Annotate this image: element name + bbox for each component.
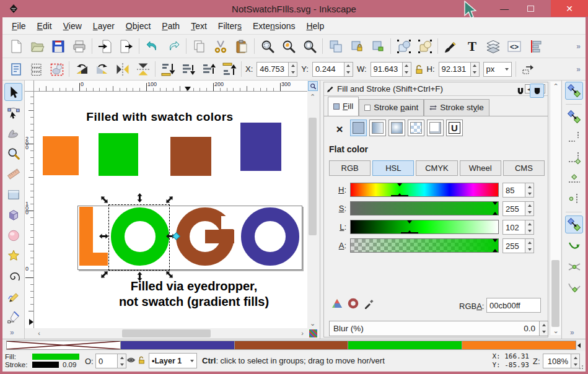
minimize-button[interactable]: — (495, 0, 514, 17)
snap-enabled-icon[interactable] (565, 82, 583, 100)
duplicate-icon[interactable] (327, 38, 344, 54)
palette-swatch-none[interactable] (6, 341, 121, 350)
w-field-spinner[interactable] (403, 62, 411, 77)
flip-vertical-icon[interactable] (134, 61, 151, 77)
palette-swatch-blue[interactable] (121, 341, 235, 350)
fill-rule-even-odd-icon[interactable] (513, 84, 527, 98)
toolbox-overflow-icon[interactable]: » (10, 328, 14, 337)
vertical-scrollbar[interactable]: ⌃ ⌄ (307, 92, 318, 328)
color-space-cmyk[interactable]: CMYK (416, 160, 457, 176)
cut-icon[interactable] (212, 38, 229, 54)
select-all-icon[interactable] (7, 61, 24, 77)
zoom-page-icon[interactable] (301, 38, 318, 54)
resize-grip[interactable] (579, 365, 584, 370)
swatch-square-blue[interactable] (240, 123, 281, 171)
tool-spiral[interactable] (4, 267, 22, 285)
paste-icon[interactable] (233, 38, 250, 54)
alpha-spinner[interactable] (525, 238, 534, 253)
menu-layer[interactable]: Layer (87, 18, 120, 34)
scroll-right-icon[interactable]: › (297, 328, 307, 339)
snap-nodes-icon[interactable] (565, 215, 583, 233)
scale-handle-left[interactable] (99, 232, 108, 241)
menu-object[interactable]: Object (120, 18, 156, 34)
alpha-slider[interactable] (350, 238, 499, 253)
layers-dialog-icon[interactable] (485, 38, 501, 54)
w-field[interactable]: 91.643 (371, 62, 403, 77)
swatch-square-orange[interactable] (43, 136, 79, 175)
save-document-icon[interactable] (50, 38, 66, 54)
blur-spinner[interactable] (540, 321, 548, 336)
menu-view[interactable]: View (58, 18, 87, 34)
text-dialog-icon[interactable]: T (463, 38, 480, 54)
lower-to-bottom-icon[interactable] (159, 61, 176, 77)
rotate-ccw-icon[interactable] (73, 61, 90, 77)
snap-bbox-edge-midpoints-icon[interactable] (565, 169, 583, 187)
canvas[interactable]: Filled with swatch colors (34, 92, 307, 328)
raise-icon[interactable] (200, 61, 217, 77)
close-button[interactable]: ✕ (551, 0, 588, 17)
open-document-icon[interactable] (29, 38, 45, 54)
toolbar-overflow-icon[interactable]: » (576, 42, 581, 51)
palette-swatch-brown[interactable] (235, 341, 349, 350)
color-space-hsl[interactable]: HSL (372, 160, 414, 176)
tool-zoom[interactable] (4, 144, 22, 162)
lightness-value[interactable]: 102 (502, 220, 525, 235)
menu-path[interactable]: Path (156, 18, 185, 34)
xml-editor-icon[interactable]: <> (506, 38, 522, 54)
fill-stroke-indicator[interactable]: Fill: Stroke:0.09 (5, 352, 79, 368)
color-managed-icon[interactable] (331, 298, 343, 309)
snap-to-cusp-nodes-icon[interactable] (565, 279, 583, 297)
zoom-lock-toggle[interactable] (308, 81, 318, 91)
scale-handle-top[interactable] (135, 193, 144, 202)
palette-swatch-orange[interactable] (462, 341, 576, 350)
horizontal-scrollbar[interactable]: ‹ › (34, 328, 307, 339)
hue-value[interactable]: 85 (502, 183, 525, 198)
tool-node-editor[interactable] (4, 103, 22, 121)
maximize-button[interactable] (521, 0, 540, 17)
color-space-cms[interactable]: CMS (503, 160, 545, 176)
lock-ratio-icon[interactable] (415, 64, 423, 74)
lower-icon[interactable] (180, 61, 196, 77)
tool-pencil[interactable] (4, 287, 22, 305)
paint-unknown-button[interactable]: U (446, 120, 463, 136)
scroll-down-icon[interactable]: ⌄ (307, 318, 318, 328)
tool-measure[interactable] (4, 165, 22, 183)
tool-ellipse[interactable] (4, 226, 22, 244)
import-icon[interactable] (97, 38, 113, 54)
paint-none-button[interactable]: × (333, 121, 346, 137)
vertical-ruler[interactable]: 200 100 0 (25, 92, 34, 328)
dock-scrollbar[interactable]: ⌃ ⌄ (550, 82, 561, 335)
scroll-left-icon[interactable]: ‹ (34, 328, 44, 339)
h-field[interactable]: 92.131 (439, 62, 471, 77)
scale-stroke-icon[interactable] (520, 61, 537, 77)
unit-dropdown[interactable]: px (483, 62, 512, 77)
x-field-spinner[interactable] (289, 62, 297, 77)
undo-icon[interactable] (144, 38, 160, 54)
ungroup-icon[interactable] (416, 38, 433, 54)
menu-help[interactable]: Help (301, 18, 330, 34)
snap-bbox-edges-icon[interactable] (565, 128, 583, 146)
paint-swatch-button[interactable] (427, 120, 444, 136)
horizontal-ruler[interactable]: 0 100 200 300 (34, 80, 307, 92)
color-space-wheel[interactable]: Wheel (460, 160, 501, 176)
vertical-scrollbar-thumb[interactable] (309, 118, 317, 235)
pick-color-eyedropper-icon[interactable] (364, 298, 375, 309)
layer-visibility-eye-icon[interactable] (126, 357, 136, 363)
saturation-value[interactable]: 255 (502, 201, 525, 216)
tool-tweak[interactable] (4, 124, 22, 142)
toolbar-overflow-icon[interactable]: » (576, 65, 581, 74)
menu-edit[interactable]: Edit (32, 18, 58, 34)
create-clone-icon[interactable] (348, 38, 365, 54)
paint-pattern-button[interactable] (408, 120, 424, 136)
swatch-square-brown[interactable] (170, 137, 211, 176)
align-distribute-icon[interactable] (527, 38, 543, 54)
group-icon[interactable] (395, 38, 412, 54)
zoom-control[interactable]: 108% (543, 354, 580, 368)
rotate-cw-icon[interactable] (94, 61, 110, 77)
tool-calligraphy[interactable] (4, 308, 22, 326)
dock-scrollbar-thumb[interactable] (551, 260, 559, 327)
tool-rectangle[interactable] (4, 185, 22, 203)
new-document-icon[interactable] (7, 38, 24, 54)
paint-radial-gradient-button[interactable] (388, 120, 405, 136)
snap-bounding-box-icon[interactable] (565, 108, 583, 126)
